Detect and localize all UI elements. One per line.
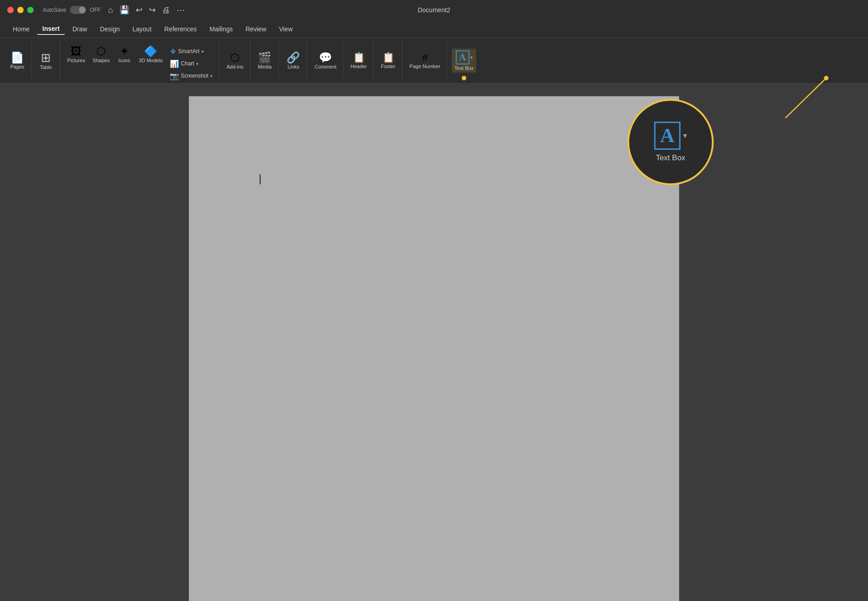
screenshot-chevron: ▾ xyxy=(210,74,212,79)
pagenumber-button[interactable]: # Page Number xyxy=(407,51,443,71)
pictures-icon: 🖼 xyxy=(71,46,82,57)
3d-models-label: 3D Models xyxy=(139,58,163,63)
header-button[interactable]: 📋 Header xyxy=(348,51,370,71)
textbox-button[interactable]: A ▾ Text Box xyxy=(452,49,476,72)
pictures-label: Pictures xyxy=(67,58,85,63)
addins-icon: ⬡ xyxy=(230,52,240,63)
comment-icon: 💬 xyxy=(319,52,332,63)
menu-item-draw[interactable]: Draw xyxy=(67,24,93,34)
screenshot-label: Screenshot xyxy=(181,73,208,79)
yellow-indicator-dot xyxy=(462,76,466,80)
media-label: Media xyxy=(258,64,271,69)
links-label: Links xyxy=(287,64,299,69)
smartart-button[interactable]: ❖ SmartArt ▾ xyxy=(167,46,215,57)
3d-models-icon: 🔷 xyxy=(144,46,158,57)
more-icon[interactable]: ⋯ xyxy=(177,5,185,15)
screenshot-icon: 📷 xyxy=(170,72,179,80)
chart-chevron: ▾ xyxy=(196,61,198,66)
autosave-knob xyxy=(79,7,85,13)
chart-button[interactable]: 📊 Chart ▾ xyxy=(167,58,215,69)
menu-item-layout[interactable]: Layout xyxy=(127,24,157,34)
menu-item-references[interactable]: References xyxy=(159,24,202,34)
chart-icon: 📊 xyxy=(170,59,179,68)
chart-label: Chart xyxy=(181,60,194,67)
icons-icon: ✦ xyxy=(120,46,129,57)
undo-icon[interactable]: ↩ xyxy=(136,5,143,15)
footer-label: Footer xyxy=(381,64,395,69)
menu-item-home[interactable]: Home xyxy=(7,24,35,34)
traffic-lights xyxy=(7,7,34,13)
textbox-label: Text Box xyxy=(454,65,473,71)
header-icon: 📋 xyxy=(353,53,365,63)
pages-button[interactable]: 📄 Pages xyxy=(7,50,27,71)
table-button[interactable]: ⊞ Table xyxy=(36,50,56,72)
pagenumber-label: Page Number xyxy=(409,64,440,69)
icons-button[interactable]: ✦ Icons xyxy=(114,44,134,65)
textbox-dropdown-arrow: ▾ xyxy=(470,55,473,60)
document-area xyxy=(0,84,868,601)
comment-label: Comment xyxy=(315,64,336,69)
menu-item-view[interactable]: View xyxy=(274,24,298,34)
menu-item-insert[interactable]: Insert xyxy=(37,23,65,35)
maximize-button[interactable] xyxy=(27,7,34,13)
autosave-label: AutoSave xyxy=(43,7,66,13)
header-label: Header xyxy=(350,64,367,69)
pagenumber-icon: # xyxy=(422,53,428,63)
print-icon[interactable]: 🖨 xyxy=(162,5,170,15)
ribbon-group-table: ⊞ Table xyxy=(32,40,60,81)
title-bar-icons: ⌂ 💾 ↩ ↪ 🖨 ⋯ xyxy=(108,5,185,15)
addins-label: Add-ins xyxy=(227,64,243,69)
ribbon-group-addins: ⬡ Add-ins xyxy=(220,40,250,81)
ribbon-group-pages: 📄 Pages xyxy=(4,40,31,81)
zoom-dropdown-chevron: ▾ xyxy=(683,131,687,140)
shapes-label: Shapes xyxy=(93,58,109,63)
ribbon-group-pagenumber: # Page Number xyxy=(403,40,447,81)
document-page[interactable] xyxy=(189,96,679,601)
screenshot-button[interactable]: 📷 Screenshot ▾ xyxy=(167,70,215,82)
ribbon-group-footer: 📋 Footer xyxy=(375,40,402,81)
autosave-area: AutoSave OFF xyxy=(43,6,101,14)
smartart-label: SmartArt xyxy=(178,48,199,54)
comment-button[interactable]: 💬 Comment xyxy=(312,50,339,71)
menu-item-review[interactable]: Review xyxy=(240,24,272,34)
pages-icon: 📄 xyxy=(10,52,24,63)
shapes-icon: ⬡ xyxy=(96,46,106,57)
media-icon: 🎬 xyxy=(258,52,271,63)
3d-models-button[interactable]: 🔷 3D Models xyxy=(136,44,166,65)
smartart-chevron: ▾ xyxy=(202,49,204,54)
table-icon: ⊞ xyxy=(41,52,51,64)
pictures-button[interactable]: 🖼 Pictures xyxy=(64,44,88,65)
footer-icon: 📋 xyxy=(382,53,395,63)
save-icon[interactable]: 💾 xyxy=(119,5,129,15)
smartart-icon: ❖ xyxy=(170,47,176,56)
links-button[interactable]: 🔗 Links xyxy=(283,50,303,71)
footer-button[interactable]: 📋 Footer xyxy=(378,51,398,71)
ribbon-group-links: 🔗 Links xyxy=(280,40,307,81)
autosave-toggle[interactable] xyxy=(70,6,86,14)
media-button[interactable]: 🎬 Media xyxy=(255,50,275,71)
textbox-icon: A xyxy=(456,50,469,64)
shapes-button[interactable]: ⬡ Shapes xyxy=(90,44,113,65)
menu-item-mailings[interactable]: Mailings xyxy=(204,24,238,34)
close-button[interactable] xyxy=(7,7,14,13)
ribbon-group-media: 🎬 Media xyxy=(251,40,279,81)
links-icon: 🔗 xyxy=(286,52,300,63)
redo-icon[interactable]: ↪ xyxy=(149,5,156,15)
zoom-circle-annotation: A ▾ Text Box xyxy=(627,99,714,185)
title-bar: AutoSave OFF ⌂ 💾 ↩ ↪ 🖨 ⋯ Document2 xyxy=(0,0,868,20)
ribbon-group-illustrations: 🖼 Pictures ⬡ Shapes ✦ Icons 🔷 3D Models … xyxy=(61,40,219,81)
pages-label: Pages xyxy=(10,64,24,69)
zoom-textbox-icon: A xyxy=(654,122,681,150)
ribbon-group-header: 📋 Header xyxy=(344,40,374,81)
icons-label: Icons xyxy=(118,58,130,63)
menu-item-design[interactable]: Design xyxy=(94,24,125,34)
minimize-button[interactable] xyxy=(17,7,24,13)
text-cursor xyxy=(260,174,261,184)
home-icon[interactable]: ⌂ xyxy=(108,5,113,15)
ribbon-group-comment: 💬 Comment xyxy=(308,40,343,81)
ribbon: 📄 Pages ⊞ Table 🖼 Pictures ⬡ Shapes ✦ Ic… xyxy=(0,38,868,84)
addins-button[interactable]: ⬡ Add-ins xyxy=(224,50,246,71)
menu-bar: Home Insert Draw Design Layout Reference… xyxy=(0,20,868,38)
document-title: Document2 xyxy=(418,6,450,14)
ribbon-group-textbox: A ▾ Text Box xyxy=(448,40,480,81)
